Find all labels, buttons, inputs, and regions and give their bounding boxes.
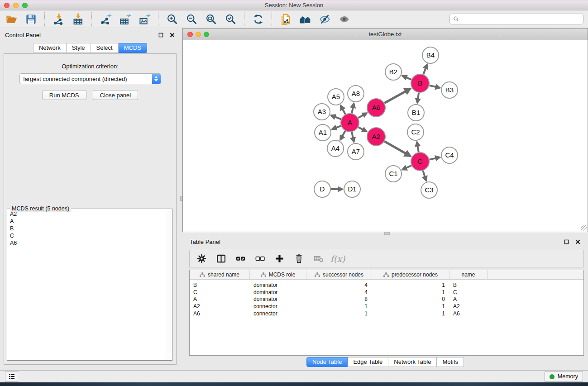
graph-node-B3[interactable]: B3 [441, 82, 458, 98]
add-column-icon [274, 253, 285, 264]
hide-panels-button[interactable] [318, 12, 332, 26]
export-image-button[interactable] [138, 12, 152, 26]
settings-button[interactable] [196, 253, 207, 265]
deselect-all-columns-icon [255, 253, 265, 264]
network-close-button[interactable] [187, 32, 193, 37]
open-file-button[interactable] [5, 12, 19, 26]
result-item-C[interactable]: C [8, 232, 165, 239]
graph-node-A8[interactable]: A8 [348, 86, 364, 102]
export-table-button[interactable] [118, 12, 132, 26]
close-panel-button-2[interactable]: Close panel [93, 90, 139, 100]
show-panels-button[interactable] [337, 12, 351, 26]
result-item-A2[interactable]: A2 [8, 210, 165, 218]
close-table-panel-button[interactable] [574, 238, 581, 245]
graph-node-B1[interactable]: B1 [408, 105, 424, 121]
network-minimize-button[interactable] [196, 32, 201, 37]
graph-edge-A-A3 [331, 115, 341, 119]
network-zoom-button[interactable] [204, 32, 209, 37]
graph-node-A6[interactable]: A6 [367, 99, 385, 117]
svg-text:C4: C4 [445, 151, 454, 159]
result-item-A6[interactable]: A6 [8, 239, 165, 247]
table-row-B[interactable]: Bdominator41B [190, 281, 583, 289]
float-panel-button[interactable] [158, 32, 164, 38]
console-button[interactable] [5, 371, 18, 382]
graph-node-C4[interactable]: C4 [441, 147, 458, 163]
tab-edge-table[interactable]: Edge Table [348, 357, 388, 367]
column-header-successor-nodes[interactable]: successor nodes [306, 270, 372, 279]
svg-text:A1: A1 [319, 129, 327, 136]
zoom-selected-button[interactable] [224, 12, 238, 26]
network-canvas[interactable]: B4B2BB3A8A5A6A3B1AC2A1A2A4A7C4CC1DD1C3 [183, 40, 588, 232]
import-table-button[interactable] [71, 12, 85, 26]
select-all-columns-button[interactable] [234, 253, 246, 265]
graph-node-A5[interactable]: A5 [328, 89, 344, 105]
tab-network[interactable]: Network [33, 43, 67, 53]
export-network-button[interactable] [99, 12, 113, 26]
main-toolbar [0, 10, 588, 28]
table-header-row: shared nameMCDS rolesuccessor nodesprede… [190, 270, 583, 280]
tab-style[interactable]: Style [67, 43, 91, 53]
save-session-button[interactable] [24, 12, 38, 26]
control-panel: Control Panel NetworkStyleSelectMCDS Opt… [0, 28, 180, 370]
search-input[interactable] [461, 15, 580, 23]
graph-node-A1[interactable]: A1 [315, 124, 331, 141]
deselect-all-columns-button[interactable] [254, 253, 266, 265]
close-window-button[interactable] [4, 3, 10, 8]
import-network-button[interactable] [52, 12, 66, 26]
add-column-button[interactable] [273, 253, 285, 265]
graph-node-A4[interactable]: A4 [327, 140, 344, 157]
table-row-C[interactable]: Cdominator41C [190, 289, 583, 296]
graph-node-C3[interactable]: C3 [421, 182, 437, 198]
graph-node-D[interactable]: D [314, 181, 330, 197]
tab-node-table[interactable]: Node Table [306, 357, 348, 367]
zoom-window-button[interactable] [22, 3, 28, 8]
home-button[interactable] [298, 12, 312, 26]
table-row-A6[interactable]: A6connector11A6 [190, 310, 583, 317]
window-resize-grip[interactable] [581, 225, 587, 231]
delete-column-button[interactable] [293, 253, 305, 265]
run-mcds-button[interactable]: Run MCDS [42, 90, 86, 100]
tab-network-table[interactable]: Network Table [388, 357, 437, 367]
search-icon [453, 16, 459, 22]
minimize-window-button[interactable] [13, 3, 19, 8]
graph-node-A3[interactable]: A3 [314, 104, 330, 120]
graph-node-B[interactable]: B [411, 74, 429, 92]
criterion-dropdown[interactable]: largest connected component (directed) [19, 73, 161, 84]
cell-shared-name: A2 [190, 303, 250, 310]
graph-node-A2[interactable]: A2 [367, 128, 385, 146]
zoom-fit-button[interactable] [204, 12, 218, 26]
result-scrollbar[interactable] [166, 210, 171, 359]
column-header-predecessor-nodes[interactable]: predecessor nodes [372, 270, 449, 279]
graph-node-C2[interactable]: C2 [407, 124, 424, 140]
hide-panels-icon [319, 13, 331, 25]
table-row-A[interactable]: Adominator80A [190, 296, 583, 303]
split-view-button[interactable] [215, 253, 227, 265]
network-window-titlebar[interactable]: testGlobe.txt [183, 29, 588, 40]
graph-node-D1[interactable]: D1 [344, 181, 360, 197]
graph-edge-C-C1 [402, 166, 411, 170]
column-header-name[interactable]: name [449, 270, 488, 279]
graph-node-A7[interactable]: A7 [348, 143, 364, 160]
zoom-in-button[interactable] [165, 12, 179, 26]
graph-node-C[interactable]: C [411, 152, 429, 171]
dropdown-stepper-icon [152, 74, 161, 84]
graph-node-A[interactable]: A [341, 114, 359, 132]
graph-node-B2[interactable]: B2 [385, 64, 402, 80]
close-panel-button[interactable] [169, 32, 175, 38]
search-field[interactable] [449, 14, 583, 24]
graph-node-C1[interactable]: C1 [385, 166, 402, 182]
result-item-B[interactable]: B [8, 225, 165, 232]
graph-node-B4[interactable]: B4 [422, 47, 439, 63]
result-item-A[interactable]: A [8, 218, 165, 225]
memory-button[interactable]: Memory [545, 371, 583, 382]
column-header-shared-name[interactable]: shared name [190, 270, 250, 279]
float-table-panel-button[interactable] [563, 238, 569, 245]
table-row-A2[interactable]: A2connector11A2 [190, 303, 583, 310]
tab-mcds[interactable]: MCDS [119, 43, 147, 53]
tab-motifs[interactable]: Motifs [437, 357, 464, 367]
zoom-out-button[interactable] [185, 12, 199, 26]
refresh-button[interactable] [251, 12, 265, 26]
new-network-button[interactable] [279, 12, 293, 26]
tab-select[interactable]: Select [91, 43, 119, 53]
column-header-MCDS-role[interactable]: MCDS role [250, 270, 306, 279]
